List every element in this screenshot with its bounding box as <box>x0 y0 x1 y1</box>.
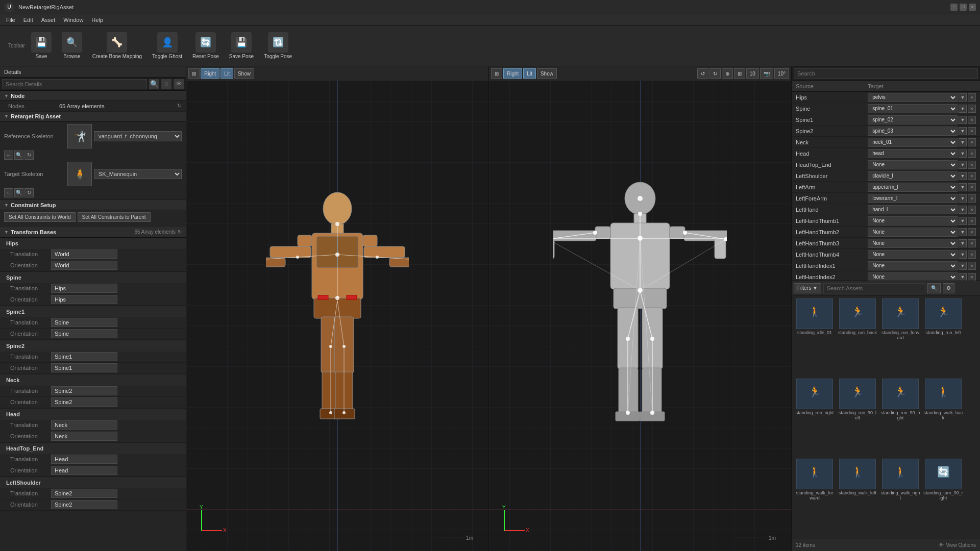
right-vp-tool2[interactable]: ↻ <box>709 68 721 79</box>
maximize-button[interactable]: □ <box>960 4 967 11</box>
right-vp-num[interactable]: 10 <box>746 68 759 79</box>
hips-translation-value[interactable]: World <box>51 249 117 259</box>
menu-asset[interactable]: Asset <box>37 16 60 24</box>
lefthand-target-arrow[interactable]: ▼ <box>959 206 967 214</box>
assets-settings-button[interactable]: ⚙ <box>943 283 954 293</box>
neck-translation-value[interactable]: Spine2 <box>51 386 117 395</box>
leftindex2-target-arrow[interactable]: ▼ <box>959 273 967 281</box>
filters-button[interactable]: Filters ▼ <box>794 283 821 293</box>
headtop-target-arrow[interactable]: ▼ <box>959 161 967 169</box>
ref-skel-dropdown[interactable]: vanguard_t_choonyung <box>94 131 182 141</box>
search-details-input[interactable] <box>2 79 147 89</box>
list-item[interactable]: 🏃 standing_run_90_left <box>837 378 878 457</box>
head-target-arrow[interactable]: ▼ <box>959 149 967 158</box>
ref-skel-search-btn[interactable]: 🔍 <box>14 151 23 160</box>
leftforearm-target-select[interactable]: lowerarm_l <box>868 194 958 203</box>
save-button[interactable]: 💾 Save <box>27 30 56 61</box>
leftthumb3-target-x[interactable]: × <box>968 239 976 247</box>
menu-edit[interactable]: Edit <box>19 16 37 24</box>
spine-target-x[interactable]: × <box>968 105 976 113</box>
window-controls[interactable]: − □ × <box>950 4 976 11</box>
right-vp-lit-button[interactable]: Lit <box>523 68 536 79</box>
menu-help[interactable]: Help <box>87 16 107 24</box>
leftthumb1-target-arrow[interactable]: ▼ <box>959 217 967 225</box>
leftindex1-target-arrow[interactable]: ▼ <box>959 262 967 270</box>
leftthumb4-target-arrow[interactable]: ▼ <box>959 251 967 259</box>
neck-orientation-value[interactable]: Spine2 <box>51 397 117 407</box>
list-item[interactable]: 🏃 standing_run_left <box>922 297 964 377</box>
leftshoulder-target-select[interactable]: clavicle_l <box>868 171 958 181</box>
save-pose-button[interactable]: 💾 Save Pose <box>225 30 258 61</box>
search-eye-button[interactable]: 👁 <box>174 79 184 89</box>
list-item[interactable]: 🏃 standing_run_forward <box>879 297 921 377</box>
neck-target-select[interactable]: neck_01 <box>868 138 958 147</box>
right-vp-expand-btn[interactable]: ⊞ <box>491 68 502 79</box>
search-details-button[interactable]: 🔍 <box>149 79 159 89</box>
leftindex1-target-select[interactable]: None <box>868 261 958 270</box>
spine1-target-select[interactable]: spine_02 <box>868 115 958 124</box>
leftthumb2-target-select[interactable]: None <box>868 228 958 237</box>
spine2-target-arrow[interactable]: ▼ <box>959 127 967 135</box>
search-bone-input[interactable] <box>794 68 978 79</box>
hips-target-select[interactable]: pelvis <box>868 93 958 102</box>
spine-target-arrow[interactable]: ▼ <box>959 105 967 113</box>
spine2-orientation-value[interactable]: Spine1 <box>51 363 117 372</box>
toggle-pose-button[interactable]: 🔃 Toggle Pose <box>260 30 296 61</box>
menu-file[interactable]: File <box>2 16 19 24</box>
right-viewport[interactable]: ⊞ Right Lit Show ↺ ↻ ⊕ ⊞ 10 📷 10° <box>489 66 791 551</box>
left-vp-show-button[interactable]: Show <box>234 68 254 79</box>
ref-skel-refresh-btn[interactable]: ↻ <box>24 151 34 160</box>
leftthumb3-target-arrow[interactable]: ▼ <box>959 239 967 247</box>
list-item[interactable]: 🏃 standing_run_90_right <box>879 378 921 457</box>
leftshoulder-target-arrow[interactable]: ▼ <box>959 172 967 180</box>
right-vp-tool1[interactable]: ↺ <box>697 68 708 79</box>
list-item[interactable]: 🚶 standing_walk_forward <box>794 458 836 537</box>
head-orientation-value[interactable]: Neck <box>51 432 117 441</box>
right-vp-view-button[interactable]: Right <box>503 68 522 79</box>
right-vp-tool3[interactable]: ⊕ <box>722 68 733 79</box>
leftshoulder-orientation-value[interactable]: Spine2 <box>51 500 117 509</box>
search-assets-input[interactable] <box>823 283 925 293</box>
leftarm-target-x[interactable]: × <box>968 183 976 191</box>
list-item[interactable]: 🚶 standing_walk_right <box>879 458 921 537</box>
spine1-orientation-value[interactable]: Spine <box>51 329 117 338</box>
list-item[interactable]: 🏃 standing_run_right <box>794 378 836 457</box>
leftshoulder-translation-value[interactable]: Spine2 <box>51 489 117 498</box>
retarget-section-header[interactable]: ▼ Retarget Rig Asset <box>0 112 186 122</box>
leftarm-target-select[interactable]: upperarm_l <box>868 183 958 192</box>
right-vp-grid-btn[interactable]: ⊞ <box>734 68 745 79</box>
list-item[interactable]: 🚶 standing_walk_back <box>922 378 964 457</box>
spine1-target-arrow[interactable]: ▼ <box>959 116 967 124</box>
leftthumb1-target-x[interactable]: × <box>968 217 976 225</box>
target-skel-refresh-btn[interactable]: ↻ <box>24 188 34 197</box>
spine2-target-select[interactable]: spine_03 <box>868 127 958 136</box>
search-options-button[interactable]: ≡ <box>161 79 172 89</box>
list-item[interactable]: 🔄 standing_turn_90_right <box>922 458 964 537</box>
browse-button[interactable]: 🔍 Browse <box>58 30 86 61</box>
minimize-button[interactable]: − <box>950 4 958 11</box>
target-skel-dropdown[interactable]: SK_Mannequin <box>94 169 182 179</box>
create-bone-mapping-button[interactable]: 🦴 Create Bone Mapping <box>88 30 146 61</box>
spine1-target-x[interactable]: × <box>968 116 976 124</box>
left-viewport[interactable]: ⊞ Right Lit Show <box>186 66 489 551</box>
headtop-target-select[interactable]: None <box>868 160 958 169</box>
leftindex2-target-select[interactable]: None <box>868 272 958 281</box>
head-target-select[interactable]: head <box>868 149 958 158</box>
reset-pose-button[interactable]: 🔄 Reset Pose <box>188 30 223 61</box>
menu-window[interactable]: Window <box>59 16 87 24</box>
leftthumb2-target-arrow[interactable]: ▼ <box>959 228 967 236</box>
left-vp-view-button[interactable]: Right <box>201 68 219 79</box>
details-tab[interactable]: Details <box>0 66 186 78</box>
set-all-parent-button[interactable]: Set All Constraints to Parent <box>78 212 151 222</box>
hips-target-clear[interactable]: ▼ <box>959 93 967 102</box>
spine-target-select[interactable]: spine_01 <box>868 104 958 113</box>
ref-skel-arrow-left[interactable]: ← <box>4 151 13 160</box>
hips-orientation-value[interactable]: World <box>51 261 117 270</box>
leftarm-target-arrow[interactable]: ▼ <box>959 183 967 191</box>
close-button[interactable]: × <box>969 4 976 11</box>
hips-target-x[interactable]: × <box>968 93 976 102</box>
transform-bases-header[interactable]: ▼ Transform Bases 65 Array elements ↻ <box>0 227 186 237</box>
spine1-translation-value[interactable]: Spine <box>51 318 117 327</box>
neck-target-arrow[interactable]: ▼ <box>959 138 967 146</box>
headtop-orientation-value[interactable]: Head <box>51 466 117 475</box>
